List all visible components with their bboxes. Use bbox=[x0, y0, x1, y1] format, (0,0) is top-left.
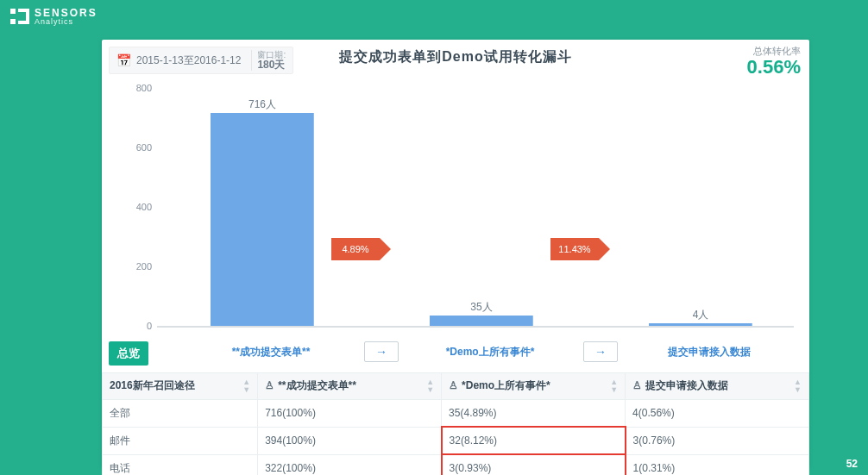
person-icon: ♙ bbox=[449, 379, 458, 391]
ytick: 0 bbox=[110, 321, 152, 331]
bar-step2[interactable]: 35人 bbox=[430, 316, 533, 326]
overall-rate: 总体转化率 0.56% bbox=[747, 45, 801, 77]
sort-icon[interactable]: ▲▼ bbox=[610, 378, 618, 394]
slide-number: 52 bbox=[846, 458, 858, 470]
step-row: 总览 **成功提交表单** → *Demo上所有事件* → 提交申请接入数据 bbox=[109, 340, 802, 367]
step-label-2[interactable]: *Demo上所有事件* bbox=[421, 345, 559, 359]
bar-label: 4人 bbox=[649, 308, 752, 322]
th-step2[interactable]: ♙*Demo上所有事件*▲▼ bbox=[442, 373, 626, 400]
sort-icon[interactable]: ▲▼ bbox=[426, 378, 434, 394]
bar-step3[interactable]: 4人 bbox=[649, 323, 752, 326]
cell-channel: 邮件 bbox=[103, 427, 258, 454]
cell-channel: 全部 bbox=[103, 400, 258, 428]
cell: 716(100%) bbox=[258, 400, 442, 428]
cell-highlighted: 3(0.93%) bbox=[442, 454, 626, 475]
table-row[interactable]: 电话 322(100%) 3(0.93%) 1(0.31%) bbox=[103, 454, 809, 475]
brand-line1: SENSORS bbox=[35, 8, 97, 18]
th-step3[interactable]: ♙提交申请接入数据▲▼ bbox=[626, 373, 809, 400]
step-label-3[interactable]: 提交申请接入数据 bbox=[640, 345, 778, 359]
person-icon: ♙ bbox=[632, 379, 642, 391]
arrow-button-1[interactable]: → bbox=[364, 341, 399, 362]
funnel-chart: 0 200 400 600 800 716人 35人 4人 4.89% 11.4… bbox=[110, 81, 797, 340]
cell: 35(4.89%) bbox=[442, 400, 626, 428]
breakdown-table: 2016新年召回途径▲▼ ♙**成功提交表单**▲▼ ♙*Demo上所有事件*▲… bbox=[102, 372, 809, 475]
chart-title: 提交成功表单到Demo试用转化漏斗 bbox=[102, 48, 809, 66]
ytick: 400 bbox=[110, 202, 152, 212]
rate-value: 0.56% bbox=[747, 58, 801, 77]
cell: 322(100%) bbox=[258, 454, 442, 475]
bar-step1[interactable]: 716人 bbox=[211, 113, 314, 326]
arrow-button-2[interactable]: → bbox=[583, 341, 618, 362]
bar-label: 716人 bbox=[211, 97, 314, 112]
ytick: 800 bbox=[110, 83, 152, 93]
analytics-card: 📅 2015-1-13至2016-1-12 窗口期: 180天 提交成功表单到D… bbox=[102, 40, 809, 467]
cell: 1(0.31%) bbox=[626, 454, 809, 475]
cell-highlighted: 32(8.12%) bbox=[442, 427, 626, 454]
bar-label: 35人 bbox=[430, 300, 533, 315]
card-header: 📅 2015-1-13至2016-1-12 窗口期: 180天 提交成功表单到D… bbox=[102, 40, 809, 81]
th-step1[interactable]: ♙**成功提交表单**▲▼ bbox=[258, 373, 442, 400]
cell: 4(0.56%) bbox=[626, 400, 809, 428]
overview-badge[interactable]: 总览 bbox=[109, 341, 148, 366]
x-axis bbox=[157, 326, 794, 328]
brand-logo: SENSORS Analytics bbox=[10, 7, 97, 26]
table-row[interactable]: 邮件 394(100%) 32(8.12%) 3(0.76%) bbox=[103, 427, 809, 454]
brand-line2: Analytics bbox=[35, 18, 97, 26]
sort-icon[interactable]: ▲▼ bbox=[794, 378, 802, 394]
table-row[interactable]: 全部 716(100%) 35(4.89%) 4(0.56%) bbox=[103, 400, 809, 428]
cell: 394(100%) bbox=[258, 427, 442, 454]
ytick: 200 bbox=[110, 261, 152, 272]
sort-icon[interactable]: ▲▼ bbox=[242, 378, 250, 394]
ytick: 600 bbox=[110, 142, 152, 153]
cell-channel: 电话 bbox=[103, 454, 258, 475]
step-label-1[interactable]: **成功提交表单** bbox=[202, 345, 340, 359]
conversion-flag-1: 4.89% bbox=[331, 238, 380, 260]
person-icon: ♙ bbox=[265, 379, 274, 391]
th-channel[interactable]: 2016新年召回途径▲▼ bbox=[103, 373, 258, 400]
cell: 3(0.76%) bbox=[626, 427, 809, 454]
conversion-flag-2: 11.43% bbox=[550, 238, 599, 260]
